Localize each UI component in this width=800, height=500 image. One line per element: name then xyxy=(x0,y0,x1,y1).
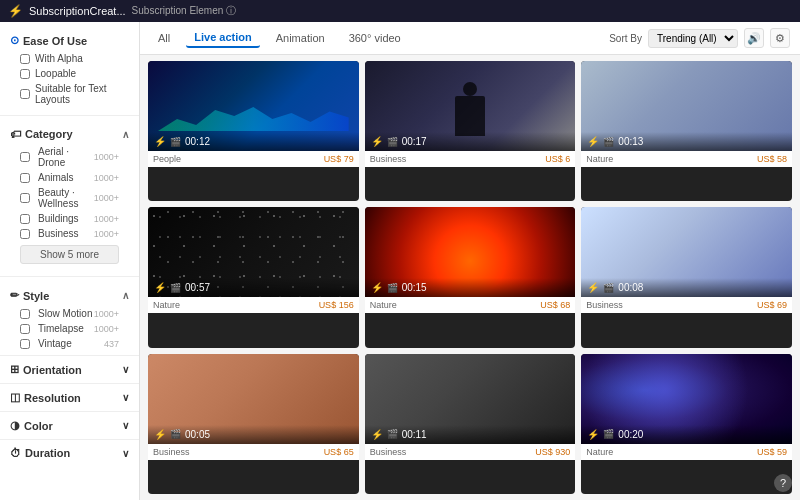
duration-7: 00:05 xyxy=(185,429,210,440)
content-area: All Live action Animation 360° video Sor… xyxy=(140,22,800,500)
cam-icon-3: 🎬 xyxy=(603,137,614,147)
video-price-9: US$ 59 xyxy=(757,447,787,457)
category-chevron: ∧ xyxy=(122,129,129,140)
style-slow-motion[interactable]: Slow Motion 1000+ xyxy=(10,306,129,321)
tab-live-action[interactable]: Live action xyxy=(186,28,259,48)
filter-loopable[interactable]: Loopable xyxy=(10,66,129,81)
help-button[interactable]: ? xyxy=(774,474,792,492)
filter-with-alpha[interactable]: With Alpha xyxy=(10,51,129,66)
timelapse-checkbox[interactable] xyxy=(20,324,30,334)
video-cat-6: Business xyxy=(586,300,623,310)
cam-icon-6: 🎬 xyxy=(603,283,614,293)
loopable-checkbox[interactable] xyxy=(20,69,30,79)
video-overlay-2: ⚡ 🎬 00:17 xyxy=(365,132,576,151)
with-alpha-checkbox[interactable] xyxy=(20,54,30,64)
show-more-button[interactable]: Show 5 more xyxy=(20,245,119,264)
cam-icon-7: 🎬 xyxy=(170,429,181,439)
settings-button[interactable]: ⚙ xyxy=(770,28,790,48)
duration-5: 00:15 xyxy=(402,282,427,293)
style-chevron: ∧ xyxy=(122,290,129,301)
video-card-1[interactable]: ⚡ 🎬 00:12 People US$ 79 xyxy=(148,61,359,201)
video-info-4: Nature US$ 156 xyxy=(148,297,359,313)
video-card-6[interactable]: ⚡ 🎬 00:08 Business US$ 69 xyxy=(581,207,792,347)
duration-chevron: ∨ xyxy=(122,448,129,459)
vintage-checkbox[interactable] xyxy=(20,339,30,349)
video-info-3: Nature US$ 58 xyxy=(581,151,792,167)
cat-business[interactable]: Business 1000+ xyxy=(10,226,129,241)
video-price-4: US$ 156 xyxy=(319,300,354,310)
resolution-header[interactable]: ◫ Resolution ∨ xyxy=(10,388,129,407)
cat-aerial[interactable]: Aerial · Drone 1000+ xyxy=(10,144,129,170)
cam-icon-8: 🎬 xyxy=(387,429,398,439)
video-thumb-3: ⚡ 🎬 00:13 xyxy=(581,61,792,151)
orientation-header[interactable]: ⊞ Orientation ∨ xyxy=(10,360,129,379)
cat-beauty[interactable]: Beauty · Wellness 1000+ xyxy=(10,185,129,211)
orientation-icon: ⊞ xyxy=(10,363,19,376)
video-card-7[interactable]: ⚡ 🎬 00:05 Business US$ 65 xyxy=(148,354,359,494)
cat-beauty-checkbox[interactable] xyxy=(20,193,30,203)
video-cat-7: Business xyxy=(153,447,190,457)
style-timelapse[interactable]: Timelapse 1000+ xyxy=(10,321,129,336)
video-thumb-7: ⚡ 🎬 00:05 xyxy=(148,354,359,444)
style-vintage[interactable]: Vintage 437 xyxy=(10,336,129,351)
video-overlay-6: ⚡ 🎬 00:08 xyxy=(581,278,792,297)
video-card-3[interactable]: ⚡ 🎬 00:13 Nature US$ 58 xyxy=(581,61,792,201)
ease-of-use-header: ⊙ Ease Of Use xyxy=(10,34,129,47)
video-thumb-1: ⚡ 🎬 00:12 xyxy=(148,61,359,151)
video-overlay-3: ⚡ 🎬 00:13 xyxy=(581,132,792,151)
video-cat-9: Nature xyxy=(586,447,613,457)
tab-360-video[interactable]: 360° video xyxy=(341,29,409,47)
flash-icon-9: ⚡ xyxy=(587,429,599,440)
video-thumb-9: ⚡ 🎬 00:20 xyxy=(581,354,792,444)
category-icon: 🏷 xyxy=(10,128,21,140)
duration-1: 00:12 xyxy=(185,136,210,147)
cat-buildings-checkbox[interactable] xyxy=(20,214,30,224)
video-overlay-7: ⚡ 🎬 00:05 xyxy=(148,425,359,444)
video-price-3: US$ 58 xyxy=(757,154,787,164)
flash-icon-4: ⚡ xyxy=(154,282,166,293)
video-card-8[interactable]: ⚡ 🎬 00:11 Business US$ 930 xyxy=(365,354,576,494)
cam-icon-9: 🎬 xyxy=(603,429,614,439)
color-icon: ◑ xyxy=(10,419,20,432)
color-label: Color xyxy=(24,420,53,432)
text-layouts-checkbox[interactable] xyxy=(20,89,30,99)
duration-header[interactable]: ⏱ Duration ∨ xyxy=(10,444,129,462)
volume-button[interactable]: 🔊 xyxy=(744,28,764,48)
sort-select[interactable]: Trending (All) Newest Most Popular xyxy=(648,29,738,48)
category-header[interactable]: 🏷 Category ∧ xyxy=(10,124,129,144)
slow-motion-checkbox[interactable] xyxy=(20,309,30,319)
cat-business-checkbox[interactable] xyxy=(20,229,30,239)
tab-all[interactable]: All xyxy=(150,29,178,47)
cam-icon-1: 🎬 xyxy=(170,137,181,147)
video-thumb-2: ⚡ 🎬 00:17 xyxy=(365,61,576,151)
filter-text-layouts[interactable]: Suitable for Text Layouts xyxy=(10,81,129,107)
video-info-7: Business US$ 65 xyxy=(148,444,359,460)
cat-animals[interactable]: Animals 1000+ xyxy=(10,170,129,185)
cat-aerial-checkbox[interactable] xyxy=(20,152,30,162)
video-card-4[interactable]: ⚡ 🎬 00:57 Nature US$ 156 xyxy=(148,207,359,347)
duration-6: 00:08 xyxy=(618,282,643,293)
video-overlay-5: ⚡ 🎬 00:15 xyxy=(365,278,576,297)
flash-icon-3: ⚡ xyxy=(587,136,599,147)
video-card-5[interactable]: ⚡ 🎬 00:15 Nature US$ 68 xyxy=(365,207,576,347)
duration-9: 00:20 xyxy=(618,429,643,440)
video-cat-1: People xyxy=(153,154,181,164)
video-thumb-4: ⚡ 🎬 00:57 xyxy=(148,207,359,297)
divider-2 xyxy=(0,276,139,277)
video-overlay-4: ⚡ 🎬 00:57 xyxy=(148,278,359,297)
sort-by-label: Sort By xyxy=(609,33,642,44)
color-header[interactable]: ◑ Color ∨ xyxy=(10,416,129,435)
breadcrumb[interactable]: Subscription Elemen ⓘ xyxy=(132,4,237,18)
style-header[interactable]: ✏ Style ∧ xyxy=(10,285,129,306)
cat-buildings[interactable]: Buildings 1000+ xyxy=(10,211,129,226)
duration-label: Duration xyxy=(25,447,70,459)
cat-animals-checkbox[interactable] xyxy=(20,173,30,183)
video-card-9[interactable]: ⚡ 🎬 00:20 Nature US$ 59 xyxy=(581,354,792,494)
video-card-2[interactable]: ⚡ 🎬 00:17 Business US$ 6 xyxy=(365,61,576,201)
video-info-1: People US$ 79 xyxy=(148,151,359,167)
tab-animation[interactable]: Animation xyxy=(268,29,333,47)
color-chevron: ∨ xyxy=(122,420,129,431)
flash-icon-8: ⚡ xyxy=(371,429,383,440)
video-overlay-8: ⚡ 🎬 00:11 xyxy=(365,425,576,444)
color-section: ◑ Color ∨ xyxy=(0,411,139,439)
